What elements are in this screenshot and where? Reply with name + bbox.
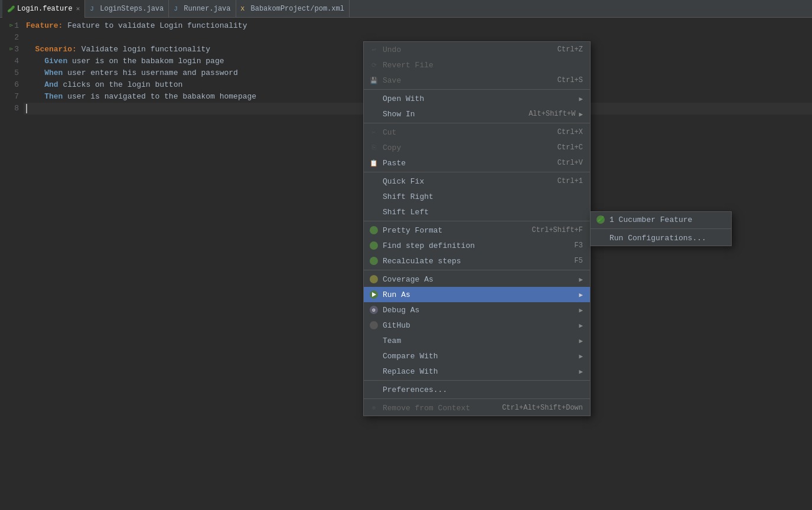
menu-item-recalculate[interactable]: Recalculate steps F5 bbox=[364, 253, 590, 269]
menu-item-revert[interactable]: ⟳ Revert File bbox=[364, 57, 590, 73]
indent-6 bbox=[26, 79, 44, 91]
menu-item-find-step[interactable]: Find step definition F3 bbox=[364, 238, 590, 253]
kw-scenario: Scenario: bbox=[35, 44, 77, 55]
submenu-item-cucumber[interactable]: 🥒 1 Cucumber Feature bbox=[591, 212, 731, 227]
tab-label-pom: BabakomProject/pom.xml bbox=[251, 5, 344, 13]
menu-item-run-as[interactable]: Run As ▶ bbox=[364, 287, 590, 302]
menu-item-cut[interactable]: ✂ Cut Ctrl+X bbox=[364, 125, 590, 140]
menu-item-undo[interactable]: ↩ Undo Ctrl+Z bbox=[364, 42, 590, 57]
menu-item-open-with[interactable]: Open With ▶ bbox=[364, 91, 590, 106]
tab-login-feature[interactable]: 🥒 Login.feature ✕ bbox=[2, 0, 85, 18]
coverage-as-arrow: ▶ bbox=[579, 276, 583, 283]
menu-label-replace-with: Replace With bbox=[383, 367, 575, 376]
menu-shortcut-show-in: Alt+Shift+W bbox=[529, 110, 575, 118]
run-as-arrow: ▶ bbox=[579, 291, 583, 299]
submenu-separator bbox=[591, 228, 731, 229]
tab-pom[interactable]: X BabakomProject/pom.xml bbox=[236, 0, 350, 18]
compare-with-arrow: ▶ bbox=[579, 352, 583, 360]
menu-shortcut-recalculate: F5 bbox=[575, 257, 583, 265]
java-file-icon-1: J bbox=[90, 5, 97, 12]
menu-label-open-with: Open With bbox=[383, 94, 575, 103]
preferences-icon bbox=[369, 384, 379, 395]
debug-as-icon: ⚙ bbox=[369, 305, 379, 315]
tab-login-steps[interactable]: J LoginSteps.java bbox=[85, 0, 169, 18]
recalculate-icon bbox=[369, 256, 379, 266]
menu-shortcut-find-step: F3 bbox=[575, 241, 583, 250]
menu-shortcut-pretty-format: Ctrl+Shift+F bbox=[532, 226, 583, 234]
menu-item-shift-right[interactable]: Shift Right bbox=[364, 189, 590, 204]
menu-label-preferences: Preferences... bbox=[383, 385, 583, 394]
menu-label-shift-left: Shift Left bbox=[383, 208, 583, 217]
menu-label-quick-fix: Quick Fix bbox=[383, 177, 557, 186]
java-file-icon-2: J bbox=[174, 5, 181, 12]
menu-shortcut-quick-fix: Ctrl+1 bbox=[557, 177, 583, 185]
tab-label-login-steps: LoginSteps.java bbox=[100, 5, 164, 13]
menu-label-copy: Copy bbox=[383, 143, 557, 152]
submenu-item-run-configs[interactable]: Run Configurations... bbox=[591, 230, 731, 246]
code-text-6: clicks on the login button bbox=[58, 79, 183, 91]
menu-item-quick-fix[interactable]: Quick Fix Ctrl+1 bbox=[364, 174, 590, 189]
menu-item-replace-with[interactable]: Replace With ▶ bbox=[364, 364, 590, 379]
revert-icon: ⟳ bbox=[369, 60, 379, 70]
menu-item-github[interactable]: GitHub ▶ bbox=[364, 318, 590, 333]
menu-item-show-in[interactable]: Show In Alt+Shift+W ▶ bbox=[364, 106, 590, 122]
ln-2: 2 bbox=[2, 32, 19, 44]
menu-item-save[interactable]: 💾 Save Ctrl+S bbox=[364, 73, 590, 88]
shift-right-icon bbox=[369, 191, 379, 202]
menu-label-shift-right: Shift Right bbox=[383, 192, 583, 201]
remove-context-icon: ⊗ bbox=[369, 403, 379, 413]
separator-6 bbox=[364, 380, 590, 381]
ln-7: 7 bbox=[2, 91, 19, 103]
menu-label-pretty-format: Pretty Format bbox=[383, 226, 532, 235]
menu-item-shift-left[interactable]: Shift Left bbox=[364, 204, 590, 220]
kw-when: When bbox=[44, 67, 63, 79]
menu-item-pretty-format[interactable]: Pretty Format Ctrl+Shift+F bbox=[364, 223, 590, 238]
menu-item-paste[interactable]: 📋 Paste Ctrl+V bbox=[364, 155, 590, 171]
github-arrow: ▶ bbox=[579, 322, 583, 329]
team-icon bbox=[369, 335, 379, 346]
tab-bar: 🥒 Login.feature ✕ J LoginSteps.java J Ru… bbox=[0, 0, 812, 18]
copy-icon: ⎘ bbox=[369, 142, 379, 153]
open-with-icon bbox=[369, 93, 379, 104]
find-step-icon bbox=[369, 240, 379, 251]
text-cursor bbox=[26, 104, 27, 113]
menu-label-compare-with: Compare With bbox=[383, 352, 575, 361]
menu-label-remove-context: Remove from Context bbox=[383, 404, 502, 413]
kw-and: And bbox=[44, 79, 58, 91]
coverage-as-icon bbox=[369, 274, 379, 285]
indent-4 bbox=[26, 55, 44, 67]
replace-with-icon bbox=[369, 366, 379, 377]
separator-2 bbox=[364, 123, 590, 123]
tab-close-login-feature[interactable]: ✕ bbox=[76, 5, 80, 12]
ln-8: 8 bbox=[2, 103, 19, 115]
kw-then: Then bbox=[44, 91, 63, 103]
tab-runner[interactable]: J Runner.java bbox=[169, 0, 236, 18]
kw-feature: Feature: bbox=[26, 20, 63, 32]
menu-label-recalculate: Recalculate steps bbox=[383, 257, 575, 266]
shift-left-icon bbox=[369, 207, 379, 217]
debug-as-arrow: ▶ bbox=[579, 306, 583, 314]
menu-item-compare-with[interactable]: Compare With ▶ bbox=[364, 348, 590, 364]
menu-shortcut-copy: Ctrl+C bbox=[557, 143, 583, 152]
menu-label-show-in: Show In bbox=[383, 110, 529, 119]
xml-file-icon: X bbox=[241, 5, 248, 12]
menu-label-save: Save bbox=[383, 76, 557, 85]
menu-shortcut-remove-context: Ctrl+Alt+Shift+Down bbox=[502, 404, 583, 412]
menu-label-undo: Undo bbox=[383, 45, 557, 54]
ln-1: ⊳1 bbox=[2, 20, 19, 32]
menu-item-coverage-as[interactable]: Coverage As ▶ bbox=[364, 272, 590, 287]
open-with-arrow: ▶ bbox=[579, 95, 583, 103]
menu-label-paste: Paste bbox=[383, 159, 557, 168]
menu-item-debug-as[interactable]: ⚙ Debug As ▶ bbox=[364, 302, 590, 318]
indent-7 bbox=[26, 91, 44, 103]
tab-label-login-feature: Login.feature bbox=[17, 5, 73, 13]
pretty-format-icon bbox=[369, 225, 379, 236]
menu-item-team[interactable]: Team ▶ bbox=[364, 333, 590, 348]
kw-given: Given bbox=[44, 55, 67, 67]
menu-item-preferences[interactable]: Preferences... bbox=[364, 382, 590, 397]
menu-item-copy[interactable]: ⎘ Copy Ctrl+C bbox=[364, 140, 590, 155]
menu-item-remove-context[interactable]: ⊗ Remove from Context Ctrl+Alt+Shift+Dow… bbox=[364, 400, 590, 416]
ln-4: 4 bbox=[2, 55, 19, 67]
cut-icon: ✂ bbox=[369, 127, 379, 138]
separator-3 bbox=[364, 172, 590, 172]
